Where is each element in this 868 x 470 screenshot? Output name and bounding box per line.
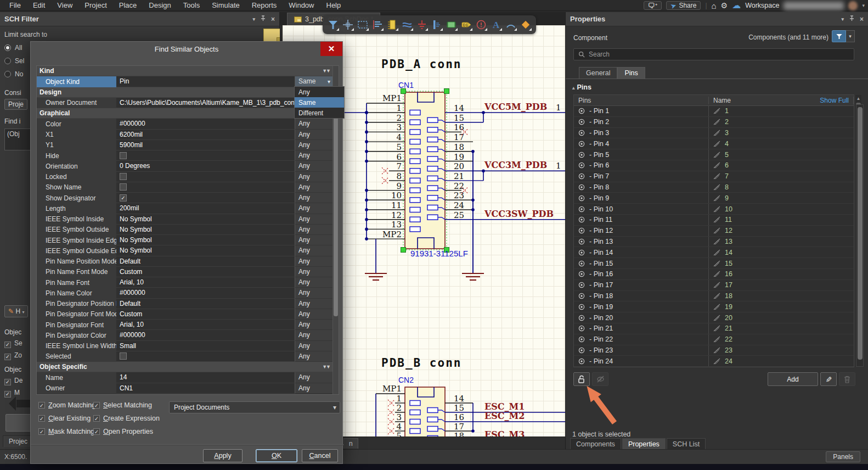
footer-check-open-properties[interactable]: ✓Open Properties bbox=[93, 428, 153, 435]
apply-button[interactable]: Apply bbox=[203, 449, 243, 462]
pin-row-24[interactable]: - Pin 2424 bbox=[574, 356, 854, 367]
menu-edit[interactable]: Edit bbox=[28, 0, 50, 10]
eye-icon[interactable] bbox=[578, 325, 585, 332]
eye-icon[interactable] bbox=[578, 119, 585, 125]
menu-design[interactable]: Design bbox=[144, 0, 176, 10]
prop-match[interactable]: Any bbox=[295, 214, 333, 225]
pen-slash-icon[interactable] bbox=[713, 325, 720, 332]
pen-slash-icon[interactable] bbox=[713, 184, 720, 191]
prop-match[interactable]: Any bbox=[295, 130, 333, 140]
panel-dropdown-icon[interactable]: ▾ bbox=[252, 16, 255, 22]
prop-match[interactable]: Any bbox=[295, 299, 333, 309]
pen-slash-icon[interactable] bbox=[713, 141, 720, 147]
prop-match[interactable]: Any bbox=[295, 330, 333, 340]
prop-match[interactable]: Any bbox=[295, 140, 333, 150]
pin-row-13[interactable]: - Pin 1313 bbox=[574, 237, 854, 248]
lock-button[interactable] bbox=[573, 372, 590, 386]
panel-dropdown-icon[interactable]: ▾ bbox=[841, 16, 844, 22]
pin-row-21[interactable]: - Pin 2121 bbox=[574, 323, 854, 334]
panel-close-icon[interactable]: × bbox=[860, 15, 864, 23]
pen-slash-icon[interactable] bbox=[713, 173, 720, 180]
prop-match[interactable]: Any bbox=[295, 320, 333, 330]
search-input[interactable]: Search bbox=[573, 48, 854, 60]
prop-value[interactable] bbox=[116, 351, 295, 362]
scroll-up-icon[interactable]: ▲ bbox=[855, 96, 861, 101]
panel-pin-icon[interactable] bbox=[261, 15, 266, 23]
prop-value[interactable]: No Symbol bbox=[116, 245, 295, 256]
popup-item-different[interactable]: Different bbox=[295, 108, 344, 118]
pen-slash-icon[interactable] bbox=[713, 304, 720, 310]
eye-icon[interactable] bbox=[578, 336, 585, 343]
pin-row-16[interactable]: - Pin 1616 bbox=[574, 269, 854, 280]
prop-match[interactable]: Any bbox=[295, 383, 333, 394]
footer-check-clear-existing[interactable]: ✓Clear Existing bbox=[38, 415, 91, 422]
section-chevron-icon[interactable]: ▼▼ bbox=[322, 68, 330, 74]
projects-panel-tab[interactable]: Projec bbox=[3, 435, 33, 447]
delete-button[interactable] bbox=[839, 372, 855, 386]
eye-icon[interactable] bbox=[578, 304, 585, 310]
prop-match[interactable]: Any bbox=[295, 172, 333, 182]
part-tool-icon[interactable] bbox=[386, 18, 398, 31]
prop-value[interactable]: C:\Users\Public\Documents\Altium\Kame_MB… bbox=[116, 98, 295, 108]
align-tool-icon[interactable] bbox=[371, 18, 384, 31]
share-button[interactable]: ➤Share bbox=[666, 1, 701, 10]
fail-check-0[interactable]: ✓De bbox=[4, 377, 22, 385]
crosshair-tool-icon[interactable] bbox=[342, 18, 354, 31]
directive-tool-icon[interactable]: D1 bbox=[460, 18, 472, 31]
pin-row-15[interactable]: - Pin 1515 bbox=[574, 258, 854, 269]
menu-place[interactable]: Place bbox=[114, 0, 142, 10]
sheet-tool-icon[interactable] bbox=[446, 18, 458, 31]
popup-item-same[interactable]: Same bbox=[295, 97, 344, 108]
menu-tools[interactable]: Tools bbox=[178, 0, 205, 10]
pin-row-2[interactable]: - Pin 22 bbox=[574, 117, 854, 128]
gear-icon[interactable]: ⚙ bbox=[721, 2, 728, 9]
menu-file[interactable]: File bbox=[4, 0, 26, 10]
prop-match[interactable]: Any bbox=[295, 267, 333, 277]
eye-icon[interactable] bbox=[578, 162, 585, 169]
pin-row-5[interactable]: - Pin 55 bbox=[574, 149, 854, 160]
eye-icon[interactable] bbox=[578, 249, 585, 256]
prop-value[interactable]: #000000 bbox=[116, 288, 295, 298]
show-full-link[interactable]: Show Full bbox=[820, 97, 854, 104]
eye-icon[interactable] bbox=[578, 141, 585, 147]
pen-slash-icon[interactable] bbox=[713, 315, 720, 321]
eye-icon[interactable] bbox=[578, 271, 585, 277]
gnd-tool-icon[interactable] bbox=[416, 18, 428, 31]
prop-checkbox[interactable]: ✓ bbox=[120, 194, 127, 202]
prop-checkbox[interactable] bbox=[120, 183, 127, 191]
pen-slash-icon[interactable] bbox=[713, 195, 720, 202]
pass-check-0[interactable]: ✓Se bbox=[4, 339, 22, 348]
pin-row-7[interactable]: - Pin 77 bbox=[574, 171, 854, 182]
menu-reports[interactable]: Reports bbox=[247, 0, 282, 10]
prop-value[interactable]: ✓ bbox=[116, 193, 295, 203]
eye-icon[interactable] bbox=[578, 260, 585, 267]
bottom-tab-sch-list[interactable]: SCH List bbox=[667, 438, 706, 450]
menu-view[interactable]: View bbox=[52, 0, 77, 10]
pen-slash-icon[interactable] bbox=[713, 336, 720, 343]
scope-combo[interactable]: Project Documents bbox=[169, 401, 340, 413]
prop-value[interactable] bbox=[116, 172, 295, 182]
eye-icon[interactable] bbox=[578, 216, 585, 223]
footer-check-create-expression[interactable]: ✓Create Expression bbox=[93, 415, 160, 422]
prop-match[interactable]: Any bbox=[295, 245, 333, 256]
menu-simulate[interactable]: Simulate bbox=[207, 0, 245, 10]
prop-value[interactable] bbox=[116, 182, 295, 193]
prop-value[interactable]: #000000 bbox=[116, 119, 295, 129]
scope-dropdown-button[interactable]: ▾ bbox=[846, 30, 855, 42]
dialog-close-button[interactable]: ✕ bbox=[320, 42, 342, 56]
pin-row-17[interactable]: - Pin 1717 bbox=[574, 280, 854, 291]
text-tool-icon[interactable]: A bbox=[490, 18, 502, 31]
consider-scope-button[interactable]: Proje bbox=[4, 99, 27, 110]
select-tool-icon[interactable] bbox=[357, 18, 369, 31]
prop-match[interactable]: Same bbox=[295, 76, 333, 87]
pen-slash-icon[interactable] bbox=[713, 206, 720, 212]
pin-row-9[interactable]: - Pin 99 bbox=[574, 193, 854, 204]
pen-slash-icon[interactable] bbox=[713, 119, 720, 125]
pen-slash-icon[interactable] bbox=[713, 293, 720, 299]
ok-button[interactable]: OK bbox=[256, 449, 297, 462]
pin-row-8[interactable]: - Pin 88 bbox=[574, 182, 854, 193]
pen-slash-icon[interactable] bbox=[713, 260, 720, 267]
prop-value[interactable]: Custom bbox=[116, 309, 295, 320]
footer-check-mask-matching[interactable]: ✓Mask Matching bbox=[38, 428, 94, 435]
user-avatar[interactable] bbox=[848, 1, 858, 10]
